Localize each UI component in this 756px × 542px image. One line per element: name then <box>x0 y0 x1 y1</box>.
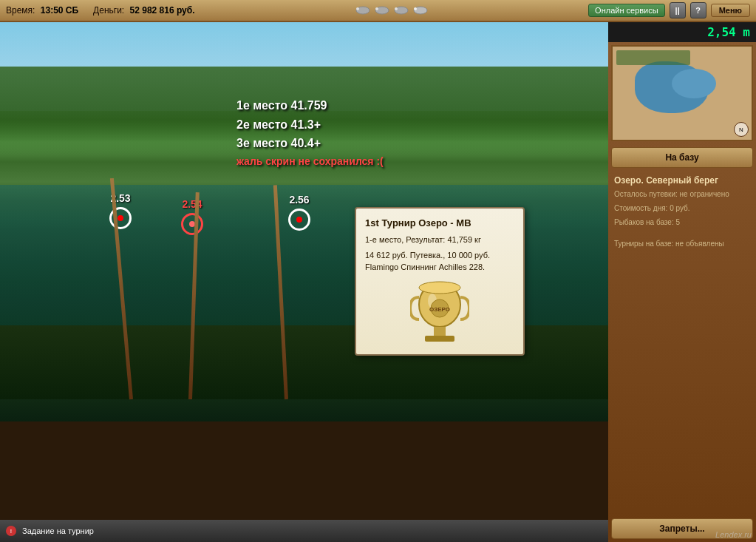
game-background: 2.53 2.54 2.56 <box>0 22 608 421</box>
map-water-2 <box>672 69 716 98</box>
map-compass: N <box>734 122 749 137</box>
score-line-3: 3е место 40.4+ <box>236 134 384 153</box>
online-services-button[interactable]: Онлайн сервисы <box>588 4 665 17</box>
tournament-title: 1st Турнир Озеро - МВ <box>365 217 514 228</box>
menu-button[interactable]: Меню <box>711 4 750 17</box>
top-bar: Время: 13:50 СБ Деньги: 52 982 816 руб. … <box>0 0 756 22</box>
location-info-spacer <box>608 229 756 237</box>
right-panel: 2,54 m N На базу Озеро. Северный берег О… <box>608 22 756 542</box>
location-info-5: Турниры на базе: не объявлены <box>608 237 756 251</box>
map-trees <box>616 50 690 65</box>
location-info-3: Рыбаков на базе: 5 <box>608 215 756 229</box>
score-line-2: 2е место 41.3+ <box>236 115 384 135</box>
svg-point-7 <box>414 7 417 10</box>
lure-icon-2 <box>374 5 390 16</box>
task-bar: ! Задание на турнир <box>0 520 608 542</box>
main-area: 2.53 2.54 2.56 <box>0 22 756 542</box>
top-right-buttons: Онлайн сервисы || ? Меню <box>588 2 750 18</box>
tournament-result: 1-е место, Результат: 41,759 кг <box>365 234 514 245</box>
bobber-circle-2 <box>181 213 203 235</box>
depth-display: 2,54 m <box>608 22 756 42</box>
bobber-circle-3 <box>288 209 310 231</box>
map-container[interactable]: N <box>611 45 753 141</box>
help-button[interactable]: ? <box>690 2 706 18</box>
exclamation-icon: ! <box>7 527 15 535</box>
score-line-4: жаль скрин не сохранился :( <box>236 153 384 169</box>
svg-text:!: ! <box>10 529 12 534</box>
svg-text:ОЗЕРО: ОЗЕРО <box>429 306 450 313</box>
bobber-dot-1 <box>118 215 123 221</box>
svg-point-5 <box>395 7 398 10</box>
svg-rect-11 <box>425 336 454 342</box>
game-viewport: 2.53 2.54 2.56 <box>0 22 608 542</box>
bobber-dot-3 <box>296 217 302 223</box>
fish-icons <box>355 5 429 16</box>
lure-icon-1 <box>355 5 371 16</box>
tournament-prize: 14 612 руб. Путевка., 10 000 руб. Flamin… <box>365 250 514 273</box>
svg-rect-10 <box>434 327 446 336</box>
lure-icon-4 <box>412 5 429 16</box>
base-button[interactable]: На базу <box>611 147 753 168</box>
location-info-2: Стоимость дня: 0 руб. <box>608 201 756 215</box>
score-overlay: 1е место 41.759 2е место 41.3+ 3е место … <box>236 96 384 169</box>
bobber-3[interactable]: 2.56 <box>288 194 310 231</box>
time-display: Время: 13:50 СБ <box>6 5 78 16</box>
pause-button[interactable]: || <box>670 2 686 18</box>
tournament-popup: 1st Турнир Озеро - МВ 1-е место, Результ… <box>355 207 525 356</box>
watermark: Lendex.ru <box>715 530 752 539</box>
trophy-container: ОЗЕРО <box>365 279 514 345</box>
score-line-1: 1е место 41.759 <box>236 96 384 115</box>
money-display: Деньги: 52 982 816 руб. <box>93 5 194 16</box>
svg-point-3 <box>375 7 378 10</box>
trophy-icon: ОЗЕРО <box>410 279 469 345</box>
task-label[interactable]: Задание на турнир <box>22 526 94 535</box>
location-info-1: Осталось путевки: не ограничено <box>608 187 756 201</box>
lure-icon-3 <box>393 5 409 16</box>
bobber-2[interactable]: 2.54 <box>181 198 203 235</box>
svg-point-9 <box>419 282 460 294</box>
task-badge: ! <box>6 526 16 536</box>
top-left: Время: 13:50 СБ Деньги: 52 982 816 руб. <box>6 5 195 16</box>
location-title: Озеро. Северный берег <box>608 171 756 187</box>
svg-point-1 <box>356 7 359 10</box>
